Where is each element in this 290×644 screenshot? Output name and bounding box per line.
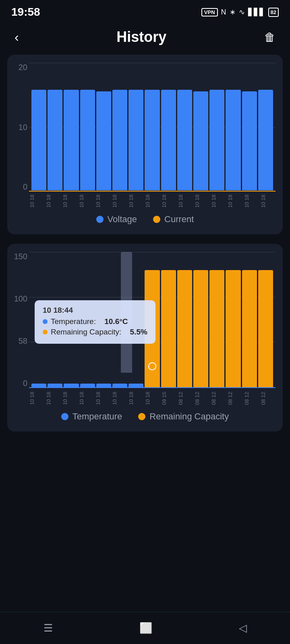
voltage-bar-14 [258, 90, 273, 190]
chart1-x-labels: 10 18:5710 18:5610 18:5610 18:5510 18:55… [29, 192, 276, 208]
chart1-area: 20 10 0 10 18:5710 18:5610 18:5610 18:55… [14, 63, 276, 208]
status-time: 19:58 [11, 6, 40, 19]
home-icon[interactable]: ⬜ [139, 622, 152, 634]
x-label-12: 10 18:49 [227, 194, 242, 208]
bar2-group-14 [258, 252, 273, 388]
back-button[interactable]: ‹ [11, 28, 22, 46]
x2-label-2: 10 18:46 [62, 391, 77, 405]
x2-label-10: 08 12:45 [194, 391, 209, 405]
delete-button[interactable]: 🗑 [261, 29, 279, 45]
bar-group-2 [64, 63, 79, 192]
orange-bar-12 [226, 270, 240, 388]
tooltip-cap-value: 5.5% [130, 328, 147, 336]
x2-label-0: 10 18:47 [29, 391, 44, 405]
x-label-6: 10 18:54 [128, 194, 143, 208]
legend-current: Current [153, 214, 194, 225]
y-label-0: 0 [23, 182, 27, 192]
temp-label: Temperature [72, 411, 122, 422]
chart1-baseline [29, 191, 276, 192]
tooltip-cap-dot [43, 330, 48, 334]
bar-group-3 [80, 63, 95, 192]
header: ‹ History 🗑 [0, 23, 290, 55]
bar-group-5 [112, 63, 127, 192]
bar-group-0 [31, 63, 46, 192]
x-label-5: 10 18:54 [112, 194, 127, 208]
voltage-bar-9 [177, 90, 192, 190]
orange-bar-8 [161, 270, 176, 388]
chart2-y-axis: 150 100 58 0 [14, 252, 29, 388]
bar-group-8 [161, 63, 176, 192]
remaining-dot [138, 413, 145, 420]
x-label-11: 10 18:51 [211, 194, 226, 208]
bar-group-14 [258, 63, 273, 192]
voltage-dot [96, 216, 104, 223]
legend-remaining: Remaining Capacity [138, 411, 229, 422]
tooltip-temp-value: 10.6°C [104, 317, 128, 326]
x2-label-1: 10 18:47 [46, 391, 61, 405]
x-label-2: 10 18:56 [62, 194, 77, 208]
bar-group-11 [209, 63, 224, 192]
bar2-group-8 [161, 252, 176, 388]
chart2-area: 150 100 58 0 10 18:44 [14, 252, 276, 405]
current-dot [153, 216, 160, 223]
status-bar: 19:58 VPN N ∗ ∿ ▋▋▋ 82 [0, 0, 290, 23]
bar2-group-13 [242, 252, 257, 388]
temp-dot [61, 413, 68, 420]
chart1-y-axis: 20 10 0 [14, 63, 29, 192]
orange-bar-9 [177, 270, 192, 388]
y-label-20: 20 [19, 63, 27, 72]
bar2-group-12 [226, 252, 240, 388]
page-title: History [116, 29, 166, 45]
x2-label-5: 10 18:45 [112, 391, 127, 405]
x2-label-12: 08 12:44 [227, 391, 242, 405]
tooltip: 10 18:44 Temperature: 10.6°C Remaining C… [35, 300, 155, 344]
bar-group-9 [177, 63, 192, 192]
x-label-0: 10 18:57 [29, 194, 44, 208]
menu-icon[interactable]: ☰ [44, 622, 53, 634]
chart1-legend: Voltage Current [14, 213, 276, 225]
x2-label-4: 10 18:45 [95, 391, 110, 405]
vpn-icon: VPN [201, 8, 218, 17]
voltage-bar-12 [226, 90, 240, 190]
chart2-baseline [29, 387, 276, 388]
back-nav-icon[interactable]: ◁ [239, 622, 247, 634]
bar2-group-10 [193, 252, 208, 388]
legend-voltage: Voltage [96, 214, 137, 225]
voltage-bar-2 [64, 90, 79, 190]
x2-label-3: 10 18:46 [79, 391, 94, 405]
voltage-bar-3 [80, 90, 95, 190]
tooltip-date: 10 18:44 [43, 306, 147, 315]
x-label-13: 10 18:48 [244, 194, 259, 208]
current-label: Current [164, 214, 194, 225]
voltage-bar-8 [161, 90, 176, 190]
x2-label-13: 08 12:44 [244, 391, 259, 405]
y2-label-100: 100 [14, 294, 27, 303]
x-label-1: 10 18:56 [46, 194, 61, 208]
bar2-group-9 [177, 252, 192, 388]
bar-group-12 [226, 63, 240, 192]
x2-label-8: 09 15:05 [161, 391, 176, 405]
voltage-bar-0 [31, 90, 46, 190]
bar-group-6 [128, 63, 143, 192]
wifi-icon: ∿ [239, 8, 245, 17]
scroll-indicator [148, 362, 156, 370]
y2-label-150: 150 [14, 252, 27, 261]
x-label-8: 10 18:53 [161, 194, 176, 208]
bar-group-10 [193, 63, 208, 192]
chart2-x-labels: 10 18:4710 18:4710 18:4610 18:4610 18:45… [29, 390, 276, 405]
x2-label-11: 08 12:45 [211, 391, 226, 405]
voltage-bar-13 [242, 91, 257, 190]
y2-label-0: 0 [23, 379, 27, 388]
voltage-bar-5 [112, 90, 127, 190]
bar-group-4 [96, 63, 111, 192]
voltage-label: Voltage [108, 214, 137, 225]
tooltip-temp-row: Temperature: 10.6°C [43, 317, 147, 326]
bar-group-7 [145, 63, 160, 192]
voltage-bar-4 [96, 91, 111, 190]
tooltip-temp-dot [43, 319, 48, 324]
tooltip-temp-label: Temperature: [51, 317, 96, 326]
x2-label-7: 10 18:44 [145, 391, 160, 405]
nfc-icon: N [221, 8, 226, 17]
orange-bar-10 [193, 270, 208, 388]
orange-bar-13 [242, 270, 257, 388]
